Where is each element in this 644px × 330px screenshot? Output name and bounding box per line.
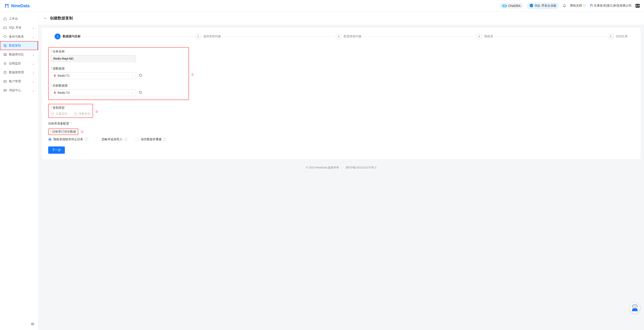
step-divider bbox=[223, 36, 334, 37]
ninedata-mini-icon bbox=[590, 4, 593, 8]
help-icon[interactable]: ? bbox=[163, 138, 166, 141]
step-4[interactable]: 4 预检查 bbox=[476, 34, 493, 40]
header-right: AI ChatDBA SQL 开发企业版 帮助文档 ? 玖章算术(浙江)科技有限… bbox=[500, 2, 640, 9]
step-1[interactable]: 1 数据源与目标 bbox=[54, 34, 80, 40]
annotation-box-1: ① *任务名称 *源数据源 Redis-T1 bbox=[48, 47, 189, 100]
sidebar-item-workbench[interactable]: 工作台 bbox=[0, 14, 38, 23]
chevron-down-icon: ⌄ bbox=[131, 74, 134, 77]
help-icon[interactable]: ? bbox=[85, 138, 88, 141]
copy-icon bbox=[4, 44, 7, 47]
target-exists-label: 目标库已存在数据 bbox=[52, 130, 76, 133]
support-avatar-button[interactable] bbox=[630, 303, 640, 313]
chevron-down-icon: ⌄ bbox=[32, 53, 35, 56]
source-ds-select[interactable]: Redis-T1 ⌄ bbox=[51, 72, 136, 79]
brand-name: NineData bbox=[11, 4, 30, 8]
language-icon[interactable]: 文A bbox=[636, 4, 640, 8]
radio-icon bbox=[136, 138, 139, 141]
main-content: ← 创建数据复制 1 数据源与目标 2 选择复制对象 3 配置映射对象 bbox=[38, 12, 644, 330]
sidebar: 工作台 SQL 开发 ⌄ 备份与恢复 ⌄ 数据复制 数据库对比 ⌄ bbox=[0, 12, 38, 330]
chevron-down-icon: ⌄ bbox=[32, 26, 35, 30]
radio-precheck-stop[interactable]: 预检查报错并停止任务 ? bbox=[48, 138, 88, 141]
sidebar-item-db-compare[interactable]: 数据库对比 ⌄ bbox=[0, 50, 38, 59]
redis-icon bbox=[53, 74, 56, 77]
radio-icon bbox=[48, 138, 52, 141]
sidebar-item-backup[interactable]: 备份与恢复 ⌄ bbox=[0, 32, 38, 41]
target-ds-select[interactable]: Redis-T2 ⌄ bbox=[51, 89, 136, 96]
help-icon[interactable]: ? bbox=[124, 138, 127, 141]
globe-icon bbox=[530, 4, 533, 8]
brand-logo[interactable]: NineData bbox=[4, 3, 30, 8]
database-icon bbox=[4, 71, 7, 74]
mail-icon bbox=[4, 89, 7, 92]
home-icon bbox=[4, 17, 7, 20]
refresh-source-button[interactable] bbox=[138, 73, 143, 78]
svg-rect-1 bbox=[4, 27, 6, 29]
chevron-down-icon: ⌄ bbox=[131, 91, 134, 94]
wizard-card: 1 数据源与目标 2 选择复制对象 3 配置映射对象 4 预检查 bbox=[42, 28, 640, 159]
svg-rect-5 bbox=[5, 54, 6, 56]
cloud-icon bbox=[4, 35, 7, 38]
ai-badge-icon: AI bbox=[502, 4, 507, 7]
icp-link[interactable]: 浙ICP备2022013170号-2 bbox=[346, 166, 376, 169]
radio-clear-rebuild[interactable]: 清空数据并重建 ? bbox=[136, 138, 166, 141]
sidebar-item-ops-monitor[interactable]: 运维监控 ⌄ bbox=[0, 59, 38, 68]
terminal-icon bbox=[4, 26, 7, 30]
org-switcher[interactable]: 玖章算术(浙江)科技有限公司 bbox=[590, 4, 632, 8]
step-5[interactable]: 5 启动任务 bbox=[608, 34, 628, 40]
step-2[interactable]: 2 选择复制对象 bbox=[195, 34, 221, 40]
sql-edition-button[interactable]: SQL 开发企业版 bbox=[527, 2, 559, 9]
step-divider bbox=[82, 36, 194, 37]
app-header: NineData AI ChatDBA SQL 开发企业版 帮助文档 ? 玖章算… bbox=[0, 0, 644, 12]
step-divider bbox=[363, 36, 474, 37]
checkbox-icon: ✓ bbox=[51, 112, 54, 116]
steps-bar: 1 数据源与目标 2 选择复制对象 3 配置映射对象 4 预检查 bbox=[42, 28, 640, 45]
ninedata-logo-icon bbox=[4, 3, 10, 8]
task-name-label: *任务名称 bbox=[51, 50, 186, 54]
step-divider bbox=[495, 36, 606, 37]
svg-point-9 bbox=[4, 81, 5, 82]
chevron-down-icon: ⌄ bbox=[32, 89, 35, 92]
annotation-box-2: ② *复制类型 ✓ 全量复制 ✓ 增量复制 bbox=[48, 104, 93, 118]
incremental-replication-checkbox[interactable]: ✓ 增量复制 bbox=[74, 112, 90, 116]
task-name-input[interactable] bbox=[51, 55, 136, 62]
sidebar-item-datasource-mgmt[interactable]: 数据源管理 ⌄ bbox=[0, 68, 38, 77]
account-icon bbox=[4, 80, 7, 83]
annotation-box-3: ③ *目标库已存在数据 bbox=[48, 128, 78, 135]
refresh-target-button[interactable] bbox=[138, 90, 143, 96]
next-button[interactable]: 下一步 bbox=[48, 146, 65, 154]
chevron-down-icon: ⌄ bbox=[32, 35, 35, 38]
redis-icon bbox=[53, 91, 56, 94]
monitor-icon bbox=[4, 62, 7, 65]
chevron-down-icon: ⌄ bbox=[32, 80, 35, 83]
help-doc-link[interactable]: 帮助文档 ? bbox=[570, 4, 586, 8]
checkbox-icon: ✓ bbox=[74, 112, 77, 116]
avatar-body-icon bbox=[632, 308, 638, 311]
chevron-up-icon: ˄ bbox=[70, 122, 72, 125]
compare-icon bbox=[4, 53, 7, 56]
chevron-down-icon: ⌄ bbox=[32, 62, 35, 65]
annotation-marker-2: ② bbox=[95, 110, 98, 114]
target-ds-label: *目标数据源 bbox=[51, 84, 186, 88]
page-header: ← 创建数据复制 bbox=[38, 12, 644, 24]
annotation-marker-3: ③ bbox=[80, 130, 84, 134]
notification-icon[interactable] bbox=[563, 4, 566, 8]
chevron-down-icon: ⌄ bbox=[32, 71, 35, 74]
chatdba-button[interactable]: AI ChatDBA bbox=[500, 3, 523, 8]
step-3[interactable]: 3 配置映射对象 bbox=[336, 34, 362, 40]
sidebar-item-data-replication[interactable]: 数据复制 bbox=[0, 41, 38, 50]
sidebar-item-message-center[interactable]: 消息中心 ⌄ bbox=[0, 86, 38, 95]
sidebar-item-account-mgmt[interactable]: 账户管理 ⌄ bbox=[0, 77, 38, 86]
target-prepare-collapse[interactable]: 目标库准备配置 ˄ bbox=[48, 122, 189, 126]
sidebar-collapse-icon[interactable] bbox=[31, 322, 35, 326]
full-replication-checkbox[interactable]: ✓ 全量复制 bbox=[51, 112, 68, 116]
footer: © 2023 NineData 版权所有 | 浙ICP备2022013170号-… bbox=[38, 163, 644, 172]
source-ds-label: *源数据源 bbox=[51, 67, 186, 70]
svg-rect-4 bbox=[4, 54, 5, 56]
annotation-marker-1: ① bbox=[191, 72, 194, 76]
back-button[interactable]: ← bbox=[44, 16, 47, 20]
radio-icon bbox=[96, 138, 100, 141]
repl-type-label: *复制类型 bbox=[51, 106, 90, 110]
radio-ignore-append[interactable]: 忽略并追加写入 ? bbox=[96, 138, 127, 141]
sidebar-item-sql-dev[interactable]: SQL 开发 ⌄ bbox=[0, 23, 38, 32]
page-title: 创建数据复制 bbox=[50, 16, 73, 21]
